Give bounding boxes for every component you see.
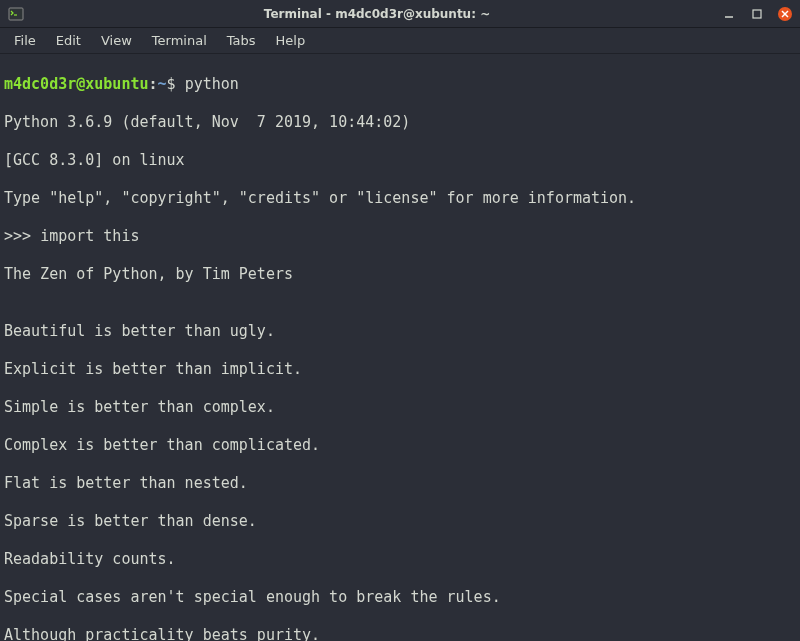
terminal-output[interactable]: m4dc0d3r@xubuntu:~$ python Python 3.6.9 … [0,54,800,641]
python-prompt: >>> [4,227,40,245]
menu-terminal[interactable]: Terminal [142,29,217,52]
terminal-app-icon [8,6,24,22]
python-version: Python 3.6.9 (default, Nov 7 2019, 10:44… [4,113,796,132]
zen-line: Although practicality beats purity. [4,626,796,641]
prompt-user-host: m4dc0d3r@xubuntu [4,75,149,93]
prompt-separator: : [149,75,158,93]
menu-edit[interactable]: Edit [46,29,91,52]
window-controls [722,7,792,21]
zen-line: Explicit is better than implicit. [4,360,796,379]
zen-line: Flat is better than nested. [4,474,796,493]
zen-line: Complex is better than complicated. [4,436,796,455]
svg-rect-0 [9,8,23,20]
zen-line: Readability counts. [4,550,796,569]
menu-help[interactable]: Help [266,29,316,52]
titlebar: Terminal - m4dc0d3r@xubuntu: ~ [0,0,800,28]
menu-tabs[interactable]: Tabs [217,29,266,52]
menu-file[interactable]: File [4,29,46,52]
zen-line: Simple is better than complex. [4,398,796,417]
menubar: File Edit View Terminal Tabs Help [0,28,800,54]
zen-line: Sparse is better than dense. [4,512,796,531]
zen-line: Special cases aren't special enough to b… [4,588,796,607]
minimize-button[interactable] [722,7,736,21]
python-help: Type "help", "copyright", "credits" or "… [4,189,796,208]
maximize-button[interactable] [750,7,764,21]
zen-line: Beautiful is better than ugly. [4,322,796,341]
zen-title: The Zen of Python, by Tim Peters [4,265,796,284]
shell-command: python [185,75,239,93]
menu-view[interactable]: View [91,29,142,52]
prompt-path: ~ [158,75,167,93]
window-title: Terminal - m4dc0d3r@xubuntu: ~ [32,7,722,21]
close-button[interactable] [778,7,792,21]
python-command: import this [40,227,139,245]
svg-rect-3 [753,10,761,18]
python-gcc: [GCC 8.3.0] on linux [4,151,796,170]
prompt-dollar: $ [167,75,185,93]
